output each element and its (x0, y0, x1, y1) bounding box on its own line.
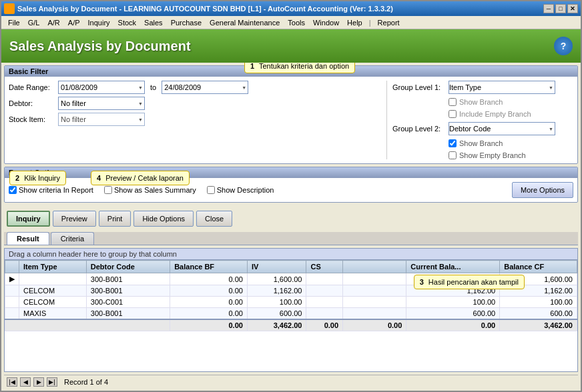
nav-first-button[interactable]: |◀ (7, 377, 17, 387)
maximize-button[interactable]: □ (555, 4, 566, 13)
col-header-debtor-code[interactable]: Debtor Code (86, 261, 170, 273)
group-level-1-label: Group Level 1: (392, 83, 446, 91)
drag-hint: Drag a column header here to group by th… (5, 249, 577, 260)
total-iv: 3,462.00 (247, 319, 306, 331)
show-empty-branch-2-checkbox[interactable] (449, 151, 457, 159)
debtor-select-wrapper[interactable]: No filter (58, 97, 145, 110)
preview-button[interactable]: Preview (53, 211, 96, 227)
more-options-button[interactable]: More Options (512, 182, 573, 198)
print-button[interactable]: Print (99, 211, 131, 227)
annotation-1-text: Tentukan kriteria dan option (259, 63, 349, 70)
nav-last-button[interactable]: ▶| (47, 377, 57, 387)
menu-general-maintenance[interactable]: General Maintenance (206, 17, 284, 28)
col-header-iv[interactable]: IV (247, 261, 306, 273)
show-criteria-checkbox[interactable] (9, 186, 17, 194)
window-frame: Sales Analysis by Document - LEARNING AU… (0, 0, 582, 392)
row3-iv: 600.00 (247, 308, 306, 320)
title-bar: Sales Analysis by Document - LEARNING AU… (1, 1, 581, 16)
show-sales-summary-checkbox[interactable] (104, 186, 112, 194)
menu-ar[interactable]: A/R (43, 17, 63, 28)
stock-item-select-wrapper[interactable]: No filter (58, 113, 145, 126)
annotation-1-num: 1 (250, 63, 254, 70)
basic-filter-panel: Basic Filter Date Range: to (4, 65, 578, 164)
col-header-item-type-label[interactable]: Item Type (19, 261, 87, 273)
row0-expand[interactable]: ▶ (5, 273, 19, 285)
menu-purchase[interactable]: Purchase (167, 17, 206, 28)
row2-cs (306, 297, 343, 308)
table-row: MAXIS 300-B001 0.00 600.00 600.00 600.00 (5, 308, 577, 320)
col-header-balance-bf[interactable]: Balance BF (170, 261, 248, 273)
app-header: Sales Analysis by Document ? (1, 29, 581, 63)
date-to-wrapper[interactable] (162, 81, 248, 94)
col-header-item-type (5, 261, 19, 273)
row2-balance-bf: 0.00 (170, 297, 248, 308)
help-button[interactable]: ? (554, 37, 573, 55)
inquiry-button[interactable]: Inquiry (7, 211, 50, 227)
menu-help[interactable]: Help (343, 17, 366, 28)
menu-window[interactable]: Window (309, 17, 343, 28)
tab-criteria[interactable]: Criteria (51, 232, 94, 245)
total-col6: 0.00 (343, 319, 406, 331)
menu-inquiry[interactable]: Inquiry (84, 17, 114, 28)
row0-iv: 1,600.00 (247, 273, 306, 285)
row2-expand[interactable] (5, 297, 19, 308)
col-header-balance-cf[interactable]: Balance CF (500, 261, 577, 273)
date-range-row: Date Range: to (9, 81, 386, 94)
group-level-1-wrapper[interactable]: Item Type (449, 81, 555, 94)
window-controls[interactable]: ─ □ ✕ (543, 4, 578, 13)
filter-right: Group Level 1: Item Type Show Branch (386, 81, 573, 159)
menu-gl[interactable]: G/L (24, 17, 44, 28)
debtor-row: Debtor: No filter (9, 97, 386, 110)
total-col7: 0.00 (406, 319, 500, 331)
debtor-select[interactable]: No filter (58, 97, 145, 110)
nav-next-button[interactable]: ▶ (33, 377, 44, 387)
annotation-2-num: 2 (15, 174, 19, 182)
record-status: Record 1 of 4 (64, 378, 108, 386)
include-empty-branch-label: Include Empty Branch (459, 110, 531, 118)
show-description-checkbox[interactable] (207, 186, 215, 194)
group-level-2-wrapper[interactable]: Debtor Code (449, 122, 555, 135)
close-button[interactable]: Close (196, 211, 232, 227)
table-header-row: Item Type Debtor Code Balance BF IV CS C… (5, 261, 577, 273)
row2-item-type: CELCOM (19, 297, 87, 308)
filter-left: Date Range: to Debtor: (9, 81, 386, 159)
close-button[interactable]: ✕ (567, 4, 578, 13)
group-level-1-select[interactable]: Item Type (449, 81, 555, 94)
menu-stock[interactable]: Stock (114, 17, 141, 28)
menu-bar: File G/L A/R A/P Inquiry Stock Sales Pur… (1, 16, 581, 29)
menu-report[interactable]: Report (374, 17, 404, 28)
show-empty-branch-2-label: Show Empty Branch (459, 151, 526, 159)
show-branch-2-checkbox[interactable] (449, 139, 457, 147)
date-from-wrapper[interactable] (58, 81, 145, 94)
minimize-button[interactable]: ─ (543, 4, 554, 13)
nav-prev-button[interactable]: ◀ (20, 377, 31, 387)
row3-balance-bf: 0.00 (170, 308, 248, 320)
row1-cs (306, 285, 343, 297)
row3-expand[interactable] (5, 308, 19, 320)
row3-debtor-code: 300-B001 (86, 308, 170, 320)
row1-expand[interactable] (5, 285, 19, 297)
row2-current-balance: 100.00 (406, 297, 500, 308)
tab-result[interactable]: Result (7, 232, 49, 245)
annotation-4-text: Preview / Cetak laporan (105, 174, 184, 182)
col-header-current-balance[interactable]: Current Bala... (406, 261, 500, 273)
annotation-4-num: 4 (97, 174, 101, 182)
menu-sales[interactable]: Sales (140, 17, 167, 28)
stock-item-select[interactable]: No filter (58, 113, 145, 126)
show-description-label: Show Description (207, 186, 274, 194)
total-cs: 0.00 (306, 319, 343, 331)
row1-iv: 1,162.00 (247, 285, 306, 297)
col-header-cs[interactable]: CS (306, 261, 343, 273)
menu-tools[interactable]: Tools (284, 17, 309, 28)
row3-item-type: MAXIS (19, 308, 87, 320)
col-header-empty[interactable] (343, 261, 406, 273)
date-to-input[interactable] (162, 81, 248, 94)
include-empty-branch-checkbox[interactable] (449, 110, 457, 118)
menu-ap[interactable]: A/P (64, 17, 84, 28)
menu-file[interactable]: File (4, 17, 24, 28)
group-level-2-select[interactable]: Debtor Code (449, 122, 555, 135)
show-branch-1-checkbox[interactable] (449, 98, 457, 106)
hide-options-button[interactable]: Hide Options (133, 211, 194, 227)
row0-col6 (343, 273, 406, 285)
date-from-input[interactable] (58, 81, 145, 94)
